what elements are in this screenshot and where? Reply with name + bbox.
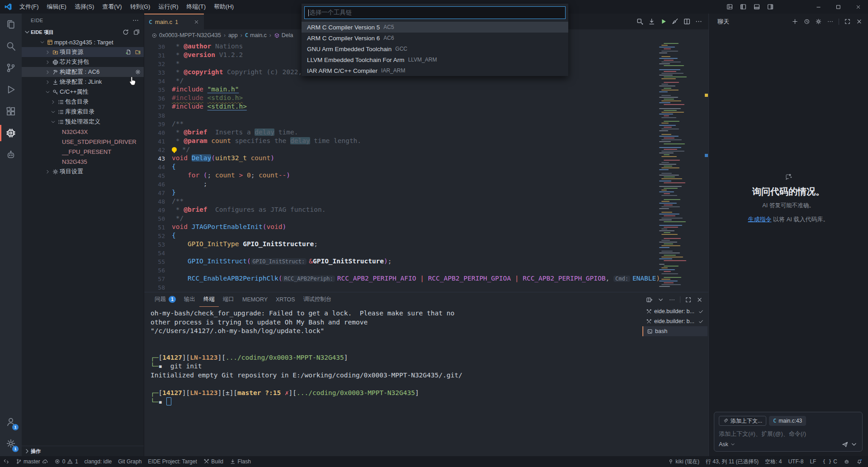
panel-tab-XRTOS[interactable]: XRTOS — [272, 292, 299, 307]
status-clangd[interactable]: clangd: idle — [81, 456, 115, 467]
breadcrumb-item-Dela[interactable]: Dela — [274, 32, 293, 38]
menu-R[interactable]: 运行(R) — [154, 0, 182, 14]
terminal-session-bash[interactable]: bash — [642, 326, 708, 336]
code-line[interactable]: 44{ — [144, 162, 708, 171]
flash-icon[interactable] — [646, 16, 657, 27]
history-icon[interactable] — [803, 18, 810, 25]
code-line[interactable]: 57 RCC_EnableAPB2PeriphClk(RCC_APB2Perip… — [144, 274, 708, 283]
customize-layout-icon[interactable] — [723, 0, 736, 14]
gear-icon[interactable] — [135, 69, 141, 75]
toggle-panel-icon[interactable] — [750, 0, 763, 14]
tree-item-C-C-属性[interactable]: C/C++属性 — [22, 87, 144, 97]
code-line[interactable]: 56 — [144, 266, 708, 274]
tree-item-mppt-n32g435-Target[interactable]: mppt-n32g435 : Target — [22, 37, 144, 47]
toggle-secondary-sidebar-icon[interactable] — [764, 0, 777, 14]
tab-main-c[interactable]: C main.c 1 — [144, 14, 204, 29]
chevron-down-icon[interactable] — [850, 441, 858, 448]
quick-pick-item-AC5[interactable]: ARM C Compiler Version 5AC5 — [302, 22, 568, 33]
tree-item-芯片支持包[interactable]: 芯片支持包 — [22, 57, 144, 67]
panel-tab-MEMORY[interactable]: MEMORY — [238, 292, 272, 307]
sidebar-section-operations[interactable]: 操作 — [22, 446, 144, 456]
new-file-icon[interactable] — [125, 49, 132, 55]
close-icon[interactable] — [193, 19, 199, 25]
run-debug-activity-item[interactable] — [0, 79, 22, 100]
menu-T[interactable]: 终端(T) — [182, 0, 210, 14]
tree-item-包含目录[interactable]: 包含目录 — [22, 97, 144, 107]
status-user[interactable]: kiki (现在) — [665, 456, 703, 467]
close-icon[interactable] — [848, 0, 868, 14]
code-line[interactable]: 38 — [144, 111, 708, 119]
tree-item-构建配置-AC6[interactable]: 构建配置 : AC6 — [22, 67, 144, 77]
files-activity-item[interactable] — [0, 14, 22, 35]
code-line[interactable]: 54 — [144, 248, 708, 257]
more-actions-icon[interactable] — [132, 17, 139, 24]
maximize-icon[interactable] — [828, 0, 848, 14]
breadcrumb-item-main.c[interactable]: Cmain.c — [245, 32, 267, 38]
code-editor[interactable]: 30 * @author Nations31 * @version V1.2.2… — [144, 41, 708, 293]
status-problems[interactable]: 01 — [51, 456, 81, 467]
tree-item-烧录配置-JLink[interactable]: 烧录配置 : JLink — [22, 77, 144, 87]
quick-pick-item-AC6[interactable]: ARM C Compiler Version 6AC6 — [302, 33, 568, 43]
send-icon[interactable] — [841, 441, 849, 448]
breadcrumb-item-app[interactable]: app — [228, 32, 238, 38]
close-icon[interactable] — [696, 296, 703, 303]
status-branch[interactable]: master — [13, 456, 52, 467]
code-line[interactable]: 55 GPIO_InitStruct(GPIO_InitStruct:&GPIO… — [144, 257, 708, 266]
extensions-activity-item[interactable] — [0, 100, 22, 122]
code-line[interactable]: 35#include "main.h" — [144, 85, 708, 94]
tree-item-USE_STDPERIPH_DRIVER[interactable]: USE_STDPERIPH_DRIVER — [22, 137, 144, 147]
kebab-icon[interactable] — [827, 18, 834, 25]
status-git-graph[interactable]: Git Graph — [115, 456, 145, 467]
code-line[interactable]: 49 * @brief Configures as JTAG function. — [144, 205, 708, 214]
code-line[interactable]: 46 ; — [144, 180, 708, 188]
terminal-split-icon[interactable] — [646, 296, 653, 303]
split-editor-icon[interactable] — [681, 16, 692, 27]
code-line[interactable]: 50 */ — [144, 214, 708, 223]
menu-G[interactable]: 转到(G) — [126, 0, 155, 14]
quick-pick-item-IAR_ARM[interactable]: IAR ARM C/C++ CompilerIAR_ARM — [302, 65, 568, 76]
open-project-icon[interactable] — [133, 29, 140, 36]
code-line[interactable]: 43void Delay(uint32_t count) — [144, 154, 708, 162]
expand-icon[interactable] — [844, 18, 851, 25]
minimize-icon[interactable] — [808, 0, 828, 14]
panel-tab-输出[interactable]: 输出 — [180, 292, 199, 307]
kebab-icon[interactable] — [669, 296, 675, 303]
panel-tab-终端[interactable]: 终端 — [199, 292, 219, 307]
status-eol[interactable]: LF — [807, 456, 819, 467]
menu-H[interactable]: 帮助(H) — [210, 0, 238, 14]
clean-icon[interactable] — [670, 16, 680, 27]
code-line[interactable]: 39/** — [144, 119, 708, 128]
run-icon[interactable] — [658, 16, 669, 27]
toggle-sidebar-icon[interactable] — [737, 0, 750, 14]
panel-tab-调试控制台[interactable]: 调试控制台 — [299, 292, 336, 307]
status-flash[interactable]: Flash — [226, 456, 254, 467]
panel-tab-问题[interactable]: 问题1 — [151, 292, 180, 307]
status-remote[interactable] — [0, 456, 13, 467]
menu-S[interactable]: 选择(S) — [71, 0, 98, 14]
status-notifications[interactable] — [853, 456, 866, 467]
close-icon[interactable] — [856, 18, 863, 25]
menu-F[interactable]: 文件(F) — [15, 0, 43, 14]
tree-item-库搜索目录[interactable]: 库搜索目录 — [22, 107, 144, 117]
code-line[interactable]: 47} — [144, 188, 708, 197]
mcu-chip-activity-item[interactable] — [0, 122, 22, 144]
code-line[interactable]: 51void JTAGPortEnableInit(void) — [144, 223, 708, 231]
breadcrumb-item-0x0003-MPPT-N32G435[interactable]: 0x0003-MPPT-N32G435 — [151, 32, 221, 38]
status-eide-project[interactable]: EIDE Project: Target — [145, 456, 200, 467]
tree-item-项目设置[interactable]: 项目设置 — [22, 167, 144, 176]
code-line[interactable]: 48/** — [144, 197, 708, 205]
code-line[interactable]: 40 * @brief Inserts a delay time. — [144, 128, 708, 137]
terminal-output[interactable]: oh-my-bash/check_for_upgrade: Failed to … — [144, 309, 642, 456]
plus-icon[interactable] — [792, 18, 798, 25]
terminal-session-eide-builder-b-[interactable]: eide.builder: b... — [642, 306, 708, 316]
code-line[interactable]: 36#include <stdio.h> — [144, 94, 708, 102]
chat-input-box[interactable]: 添加上下文...Cmain.c:43 添加上下文(#)、扩展(@)、命令(/) … — [714, 412, 863, 452]
quick-pick-input[interactable]: 选择一个工具链 — [304, 6, 566, 19]
settings-gear-activity-item[interactable]: 1 — [0, 433, 22, 454]
status-indentation[interactable]: 空格: 4 — [762, 456, 785, 467]
status-language[interactable]: { }C — [819, 456, 840, 467]
code-line[interactable]: 42 */ — [144, 145, 708, 154]
refresh-icon[interactable] — [122, 29, 129, 36]
expand-icon[interactable] — [685, 296, 692, 303]
terminal-session-eide-builder-b-[interactable]: eide.builder: b... — [642, 316, 708, 326]
